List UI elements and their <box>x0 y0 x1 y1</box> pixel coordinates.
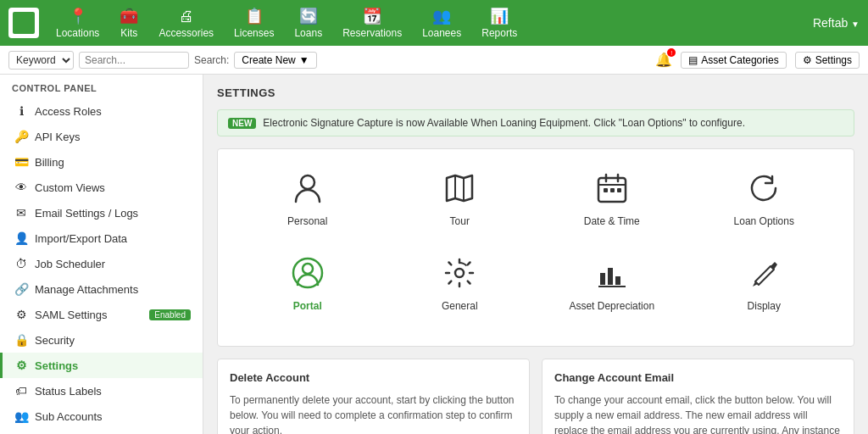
create-new-button[interactable]: Create New ▼ <box>234 52 316 69</box>
user-name: Reftab <box>813 16 848 30</box>
svg-rect-9 <box>610 188 615 192</box>
sidebar-item-saml-settings[interactable]: ⚙ SAML Settings Enabled <box>0 302 203 327</box>
change-email-card: Change Account Email To change your acco… <box>542 359 854 434</box>
sidebar-item-sub-accounts[interactable]: 👥 Sub Accounts <box>0 403 203 429</box>
sidebar-item-label: API Keys <box>35 131 80 143</box>
loanees-icon: 👥 <box>432 7 451 25</box>
email-settings-icon: ✉ <box>14 206 28 220</box>
access-roles-icon: ℹ <box>14 104 28 118</box>
top-navigation: 📍 Locations 🧰 Kits 🖨 Accessories 📋 Licen… <box>0 0 868 46</box>
notification-banner: NEW Electronic Signature Capture is now … <box>217 109 854 136</box>
nav-loanees-label: Loanees <box>422 27 461 39</box>
job-scheduler-icon: ⏱ <box>14 257 28 270</box>
sidebar-item-api-keys[interactable]: 🔑 API Keys <box>0 124 203 149</box>
search-bar-right: 🔔 ! ▤ Asset Categories ⚙ Settings <box>655 52 860 69</box>
general-label: General <box>442 300 478 312</box>
bell-wrapper[interactable]: 🔔 ! <box>655 52 672 68</box>
sidebar-item-custom-views[interactable]: 👁 Custom Views <box>0 175 203 200</box>
sidebar-item-access-roles[interactable]: ℹ Access Roles <box>0 98 203 124</box>
settings-portal-item[interactable]: Portal <box>231 248 384 320</box>
billing-icon: 💳 <box>14 155 28 169</box>
sidebar-item-label: Job Scheduler <box>35 258 105 270</box>
sidebar-item-import-export[interactable]: 👤 Import/Export Data <box>0 225 203 251</box>
sidebar-item-label: Security <box>35 334 75 347</box>
sidebar: CONTROL PANEL ℹ Access Roles 🔑 API Keys … <box>0 75 203 434</box>
general-gear-icon <box>442 256 476 295</box>
banner-new-badge: NEW <box>228 118 256 129</box>
nav-reservations[interactable]: 📆 Reservations <box>334 3 410 42</box>
sidebar-item-email-settings[interactable]: ✉ Email Settings / Logs <box>0 200 203 225</box>
locations-icon: 📍 <box>69 7 87 25</box>
delete-account-title: Delete Account <box>230 371 517 384</box>
sidebar-item-label: Status Labels <box>35 385 102 398</box>
keyword-select[interactable]: Keyword <box>8 51 74 70</box>
settings-general-item[interactable]: General <box>384 248 537 320</box>
accessories-icon: 🖨 <box>179 8 194 25</box>
tour-label: Tour <box>450 215 470 227</box>
sidebar-item-label: SAML Settings <box>35 309 108 321</box>
user-menu-button[interactable]: Reftab ▼ <box>813 16 860 30</box>
nav-locations[interactable]: 📍 Locations <box>47 3 108 42</box>
app-logo[interactable] <box>8 8 39 38</box>
nav-reports[interactable]: 📊 Reports <box>473 3 526 42</box>
svg-point-13 <box>455 269 464 277</box>
asset-categories-button[interactable]: ▤ Asset Categories <box>681 52 786 69</box>
saml-enabled-badge: Enabled <box>149 309 191 320</box>
sidebar-item-status-labels[interactable]: 🏷 Status Labels <box>0 378 203 403</box>
refresh-icon <box>747 171 781 210</box>
kits-icon: 🧰 <box>120 7 138 25</box>
nav-accessories-label: Accessories <box>159 27 214 39</box>
sidebar-item-label: Email Settings / Logs <box>35 207 138 220</box>
sidebar-item-job-scheduler[interactable]: ⏱ Job Scheduler <box>0 251 203 276</box>
person-icon <box>291 171 325 210</box>
settings-icon: ⚙ <box>14 359 28 372</box>
loan-options-label: Loan Options <box>734 215 794 227</box>
nav-reports-label: Reports <box>481 27 517 39</box>
sidebar-item-label: Import/Export Data <box>35 232 127 245</box>
reservations-icon: 📆 <box>363 7 381 25</box>
change-email-title: Change Account Email <box>554 371 842 384</box>
sidebar-title: CONTROL PANEL <box>0 75 203 98</box>
reports-icon: 📊 <box>490 7 509 25</box>
settings-display-item[interactable]: Display <box>688 248 841 320</box>
sidebar-item-manage-attachments[interactable]: 🔗 Manage Attachments <box>0 276 203 302</box>
nav-reservations-label: Reservations <box>342 27 402 39</box>
settings-topbar-label: Settings <box>815 54 852 66</box>
svg-marker-1 <box>447 175 472 201</box>
svg-rect-16 <box>615 276 620 285</box>
nav-kits[interactable]: 🧰 Kits <box>111 3 147 42</box>
create-new-caret-icon: ▼ <box>299 54 309 66</box>
sidebar-item-label: Billing <box>35 156 64 169</box>
settings-asset-depreciation-item[interactable]: Asset Depreciation <box>536 248 688 320</box>
nav-locations-label: Locations <box>56 27 99 39</box>
notification-badge: ! <box>667 48 676 57</box>
settings-tour-item[interactable]: Tour <box>384 163 537 236</box>
loans-icon: 🔄 <box>299 7 318 25</box>
asset-categories-label: Asset Categories <box>701 54 778 66</box>
search-input[interactable] <box>79 52 189 69</box>
asset-categories-icon: ▤ <box>688 54 698 66</box>
settings-loan-options-item[interactable]: Loan Options <box>688 163 841 236</box>
portal-label: Portal <box>293 300 322 312</box>
licenses-icon: 📋 <box>245 7 264 25</box>
display-label: Display <box>748 300 781 312</box>
settings-topbar-button[interactable]: ⚙ Settings <box>795 52 860 69</box>
nav-licenses[interactable]: 📋 Licenses <box>225 3 282 42</box>
sidebar-item-billing[interactable]: 💳 Billing <box>0 149 203 175</box>
nav-loans[interactable]: 🔄 Loans <box>286 3 331 42</box>
content-area: SETTINGS NEW Electronic Signature Captur… <box>203 75 868 434</box>
svg-point-12 <box>303 264 313 274</box>
asset-depreciation-icon <box>595 256 629 295</box>
settings-personal-item[interactable]: Personal <box>231 163 384 236</box>
sidebar-item-security[interactable]: 🔒 Security <box>0 327 203 353</box>
nav-loanees[interactable]: 👥 Loanees <box>414 3 470 42</box>
bottom-cards: Delete Account To permanently delete you… <box>217 359 854 434</box>
caret-icon: ▼ <box>851 19 860 29</box>
portal-icon <box>291 256 325 295</box>
settings-date-time-item[interactable]: Date & Time <box>536 163 688 236</box>
status-labels-icon: 🏷 <box>14 384 28 398</box>
change-email-text: To change your account email, click the … <box>554 392 842 434</box>
nav-accessories[interactable]: 🖨 Accessories <box>150 4 222 42</box>
sidebar-item-settings[interactable]: ⚙ Settings <box>0 353 203 378</box>
delete-account-card: Delete Account To permanently delete you… <box>217 359 530 434</box>
